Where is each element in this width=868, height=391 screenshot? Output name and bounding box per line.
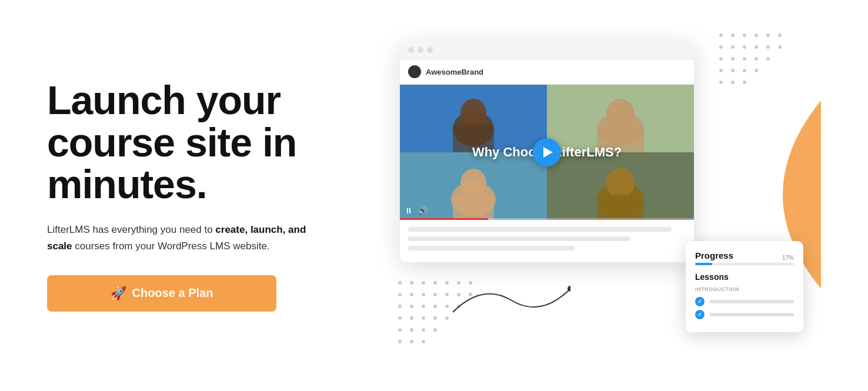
svg-point-35 bbox=[445, 293, 449, 296]
cta-label: Choose a Plan bbox=[132, 286, 213, 300]
video-cell-4 bbox=[547, 152, 694, 220]
svg-point-71 bbox=[606, 168, 635, 198]
svg-point-5 bbox=[778, 34, 782, 37]
lesson-line-1 bbox=[709, 300, 794, 303]
svg-point-11 bbox=[778, 45, 782, 49]
svg-point-55 bbox=[422, 340, 425, 343]
svg-point-54 bbox=[410, 340, 413, 343]
svg-point-7 bbox=[731, 45, 735, 49]
svg-point-67 bbox=[460, 169, 486, 197]
svg-point-22 bbox=[731, 81, 735, 84]
svg-point-47 bbox=[433, 316, 437, 320]
svg-point-58 bbox=[460, 99, 486, 127]
svg-point-51 bbox=[422, 328, 425, 332]
content-line-2 bbox=[408, 236, 630, 241]
lesson-check-2: ✓ bbox=[695, 310, 705, 319]
svg-point-14 bbox=[743, 57, 746, 61]
browser-window: AwesomeBrand bbox=[400, 41, 694, 262]
lesson-line-2 bbox=[709, 313, 794, 316]
lessons-section-label: INTRODUCTION bbox=[695, 286, 794, 292]
svg-point-46 bbox=[422, 316, 425, 320]
description-prefix: LifterLMS has everything you need to bbox=[47, 224, 215, 235]
choose-plan-button[interactable]: 🚀 Choose a Plan bbox=[47, 275, 276, 312]
svg-point-20 bbox=[755, 69, 758, 72]
progress-bar-fill bbox=[695, 263, 712, 265]
browser-content-area bbox=[400, 220, 694, 262]
left-content: Launch your course site in minutes. Lift… bbox=[47, 79, 376, 312]
progress-card-title: Progress bbox=[695, 250, 794, 260]
brand-row: AwesomeBrand bbox=[400, 59, 694, 85]
brand-avatar bbox=[408, 65, 421, 78]
svg-point-12 bbox=[719, 57, 723, 61]
svg-point-21 bbox=[719, 81, 723, 84]
svg-point-34 bbox=[433, 293, 437, 296]
svg-point-52 bbox=[433, 328, 437, 332]
lessons-title: Lessons bbox=[695, 272, 794, 282]
progress-card: Progress 17% Lessons INTRODUCTION ✓ ✓ bbox=[686, 241, 803, 332]
svg-point-15 bbox=[755, 57, 758, 61]
svg-point-19 bbox=[743, 69, 746, 72]
hero-title: Launch your course site in minutes. bbox=[47, 79, 353, 205]
svg-point-38 bbox=[398, 305, 402, 308]
svg-point-6 bbox=[719, 45, 723, 49]
progress-bar-container: 17% bbox=[695, 263, 794, 265]
content-line-1 bbox=[408, 227, 672, 232]
svg-rect-72 bbox=[597, 195, 644, 220]
right-content: AwesomeBrand bbox=[376, 24, 821, 367]
svg-point-42 bbox=[445, 305, 449, 308]
svg-point-33 bbox=[422, 293, 425, 296]
video-progress-fill bbox=[400, 218, 488, 220]
svg-point-32 bbox=[410, 293, 413, 296]
svg-point-25 bbox=[410, 281, 413, 285]
lesson-item-1: ✓ bbox=[695, 297, 794, 306]
svg-point-2 bbox=[743, 34, 746, 37]
video-container: Why Choose LifterLMS? ⏸ 🔊 bbox=[400, 85, 694, 220]
svg-point-31 bbox=[398, 293, 402, 296]
volume-icon[interactable]: 🔊 bbox=[418, 206, 428, 215]
svg-point-0 bbox=[719, 34, 723, 37]
svg-point-27 bbox=[433, 281, 437, 285]
svg-rect-68 bbox=[453, 195, 494, 220]
svg-point-16 bbox=[766, 57, 770, 61]
description-suffix: courses from your WordPress LMS website. bbox=[72, 240, 270, 252]
curve-line-decoration bbox=[453, 283, 570, 320]
rocket-icon: 🚀 bbox=[111, 286, 126, 301]
svg-point-40 bbox=[422, 305, 425, 308]
play-button[interactable] bbox=[533, 138, 561, 166]
svg-point-45 bbox=[410, 316, 413, 320]
svg-point-28 bbox=[445, 281, 449, 285]
browser-dot-2 bbox=[418, 47, 423, 53]
video-cell-2 bbox=[547, 85, 694, 152]
svg-point-63 bbox=[606, 99, 635, 129]
svg-point-48 bbox=[445, 316, 449, 320]
video-progress-bar bbox=[400, 218, 694, 220]
svg-point-8 bbox=[743, 45, 746, 49]
svg-point-23 bbox=[743, 81, 746, 84]
lesson-check-1: ✓ bbox=[695, 297, 705, 306]
progress-percentage: 17% bbox=[782, 255, 794, 261]
browser-bar bbox=[400, 41, 694, 59]
svg-point-24 bbox=[398, 281, 402, 285]
svg-point-39 bbox=[410, 305, 413, 308]
lesson-check-mark-1: ✓ bbox=[697, 299, 702, 305]
svg-point-3 bbox=[755, 34, 758, 37]
svg-point-4 bbox=[766, 34, 770, 37]
svg-point-1 bbox=[731, 34, 735, 37]
svg-point-10 bbox=[766, 45, 770, 49]
video-controls: ⏸ 🔊 bbox=[405, 206, 428, 215]
svg-point-26 bbox=[422, 281, 425, 285]
svg-point-17 bbox=[719, 69, 723, 72]
lesson-item-2: ✓ bbox=[695, 310, 794, 319]
browser-dot-3 bbox=[427, 47, 433, 53]
pause-icon[interactable]: ⏸ bbox=[405, 206, 413, 215]
browser-dot-1 bbox=[408, 47, 414, 53]
content-line-3 bbox=[408, 246, 575, 250]
video-cell-1 bbox=[400, 85, 547, 152]
svg-point-18 bbox=[731, 69, 735, 72]
hero-description: LifterLMS has everything you need to cre… bbox=[47, 222, 329, 253]
dots-top-right bbox=[715, 29, 792, 91]
svg-point-53 bbox=[398, 340, 402, 343]
lesson-check-mark-2: ✓ bbox=[697, 312, 702, 318]
svg-point-41 bbox=[433, 305, 437, 308]
svg-point-44 bbox=[398, 316, 402, 320]
